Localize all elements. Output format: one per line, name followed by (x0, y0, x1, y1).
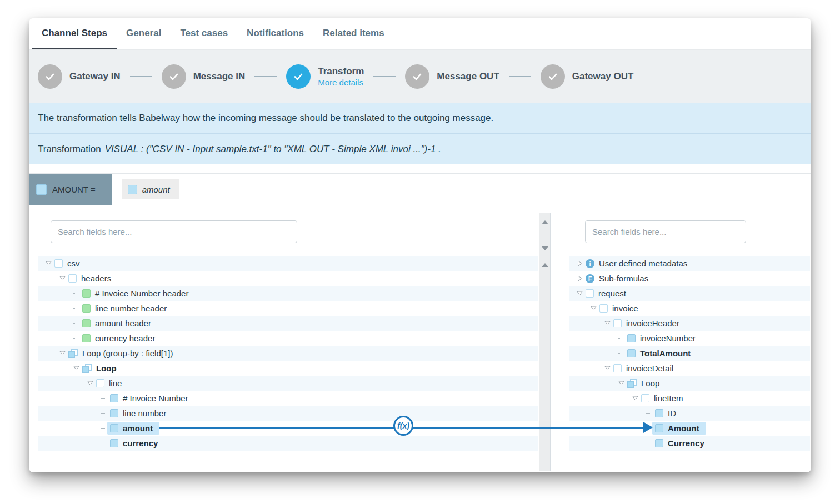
tree-row-line-number-header[interactable]: line number header (38, 301, 538, 316)
tree-row-invoice[interactable]: invoice (569, 301, 810, 316)
tree-row-request[interactable]: request (569, 286, 810, 301)
tree-row-lineitem[interactable]: lineItem (569, 391, 810, 406)
tab-related-items[interactable]: Related items (313, 18, 394, 49)
source-panel-scrollbar[interactable] (539, 213, 550, 471)
tree-row-loop[interactable]: Loop (38, 361, 538, 376)
channel-steps-card: Channel StepsGeneralTest casesNotificati… (29, 18, 811, 472)
scroll-down-icon[interactable] (542, 246, 548, 250)
tree-node: line number (107, 407, 173, 420)
tree-row-invoice-number[interactable]: # Invoice Number (38, 391, 538, 406)
tree-node: invoiceDetail (611, 362, 680, 375)
tree-row-sub-formulas[interactable]: FSub-formulas (569, 271, 810, 286)
target-tree: iUser defined metadatasFSub-formulasrequ… (569, 256, 810, 451)
step-connector-line (130, 76, 152, 77)
tree-node: invoice (597, 302, 645, 315)
more-details-link[interactable]: More details (318, 78, 364, 87)
blue-field-icon (110, 424, 118, 432)
tab-test-cases[interactable]: Test cases (171, 18, 237, 49)
tree-node-label: headers (81, 274, 111, 283)
green-field-icon (82, 304, 91, 313)
tree-node: line (93, 377, 128, 390)
transformation-detail: VISUAL : ("CSV IN - Input sample.txt-1" … (105, 144, 441, 155)
tree-row-invoicedetail[interactable]: invoiceDetail (569, 361, 810, 376)
tree-row-invoiceheader[interactable]: invoiceHeader (569, 316, 810, 331)
blue-field-icon (110, 439, 118, 447)
tab-general[interactable]: General (117, 18, 171, 49)
tree-row-amount-header[interactable]: amount header (38, 316, 538, 331)
step-gateway-out[interactable]: Gateway OUT (541, 64, 634, 89)
loop-icon (82, 364, 92, 373)
tree-row-currency[interactable]: Currency (569, 436, 810, 451)
tree-row-invoice-number-header[interactable]: # Invoice Number header (38, 286, 538, 301)
source-tree-panel: csvheaders# Invoice Number headerline nu… (37, 213, 551, 471)
loop-icon (68, 349, 78, 358)
tree-node-label: Currency (668, 439, 704, 448)
tab-notifications[interactable]: Notifications (237, 18, 313, 49)
tree-row-line[interactable]: line (38, 376, 538, 391)
checkbox-icon (586, 289, 594, 298)
step-labels: Message OUT (437, 71, 499, 82)
mapping-arrowhead-icon (643, 422, 653, 433)
check-icon[interactable] (162, 64, 186, 89)
tree-node: amount (107, 422, 159, 435)
tree-row-currency-header[interactable]: currency header (38, 331, 538, 346)
function-badge-label: f(x) (397, 421, 409, 430)
step-connector-line (373, 76, 396, 77)
tree-row-totalamount[interactable]: TotalAmount (569, 346, 810, 361)
source-search-input[interactable] (51, 220, 297, 243)
tree-node: amount header (79, 317, 158, 330)
info-banner-text: The transformation tells Babelway how th… (38, 113, 493, 124)
step-message-in[interactable]: Message IN (162, 64, 246, 89)
scroll-up-icon[interactable] (542, 220, 548, 224)
tree-row-loop[interactable]: Loop (569, 376, 810, 391)
tree-row-loop-group-by-field-1[interactable]: Loop (group-by : field[1]) (38, 346, 538, 361)
step-labels: Gateway OUT (572, 71, 634, 82)
tree-node-label: Sub-formulas (599, 274, 648, 283)
check-icon[interactable] (286, 64, 311, 89)
step-labels: Gateway IN (69, 71, 121, 82)
tree-row-currency[interactable]: currency (38, 436, 538, 451)
tree-node: Loop (624, 377, 666, 390)
tree-node-label: Loop (96, 364, 117, 373)
tree-node: ID (652, 407, 683, 420)
step-label: Message IN (193, 71, 246, 82)
tree-node-label: line (109, 379, 122, 388)
tree-node-label: line number header (95, 304, 167, 313)
tree-node-label: Amount (668, 424, 699, 433)
tree-row-user-defined-metadatas[interactable]: iUser defined metadatas (569, 256, 810, 271)
scroll-up-icon[interactable] (542, 263, 548, 267)
tree-node: line number header (79, 302, 173, 315)
step-message-out[interactable]: Message OUT (405, 64, 499, 89)
loop-icon (627, 379, 637, 388)
tree-node: request (583, 287, 633, 300)
tree-node-label: request (598, 289, 626, 298)
target-search-input[interactable] (585, 220, 746, 243)
function-badge[interactable]: f(x) (393, 416, 413, 436)
tree-node-label: ID (668, 409, 676, 418)
mapping-source-chip[interactable]: amount (122, 179, 179, 199)
check-icon[interactable] (541, 64, 565, 89)
check-icon[interactable] (38, 64, 62, 89)
tree-node: headers (66, 272, 118, 285)
tree-node-label: line number (123, 409, 166, 418)
tree-row-invoicenumber[interactable]: invoiceNumber (569, 331, 810, 346)
tree-node-label: invoiceHeader (626, 319, 679, 328)
tree-row-headers[interactable]: headers (38, 271, 538, 286)
step-gateway-in[interactable]: Gateway IN (38, 64, 121, 89)
tab-channel-steps[interactable]: Channel Steps (32, 18, 117, 49)
tree-row-line-number[interactable]: line number (38, 406, 538, 421)
info-icon: i (586, 259, 594, 268)
tree-node-label: invoiceNumber (640, 334, 696, 343)
mapping-panels: csvheaders# Invoice Number headerline nu… (29, 213, 811, 471)
tree-row-csv[interactable]: csv (38, 256, 538, 271)
target-chip-label: AMOUNT = (52, 185, 96, 194)
tree-node-label: currency header (95, 334, 155, 343)
check-icon[interactable] (405, 64, 429, 89)
checkbox-icon (68, 274, 77, 283)
step-transform[interactable]: TransformMore details (286, 64, 364, 89)
step-labels: TransformMore details (318, 66, 364, 87)
step-connector-line (254, 76, 277, 77)
tree-node-label: invoiceDetail (626, 364, 673, 373)
mapping-target-chip[interactable]: AMOUNT = (29, 174, 112, 205)
tree-row-id[interactable]: ID (569, 406, 810, 421)
